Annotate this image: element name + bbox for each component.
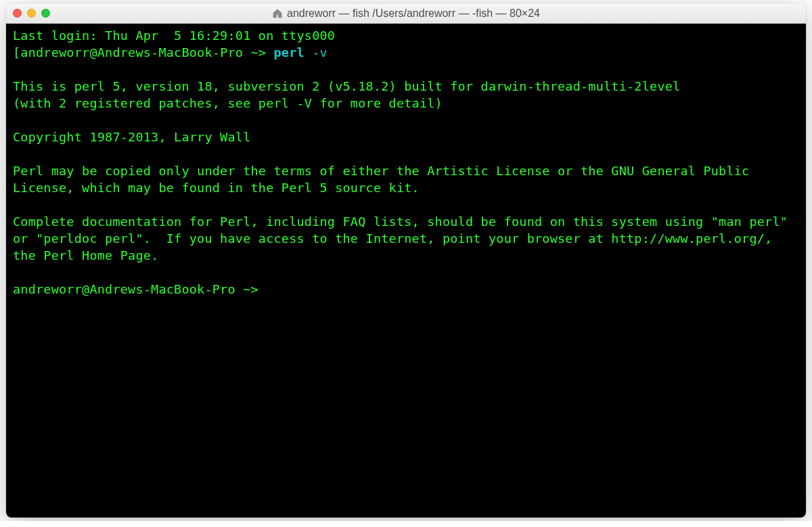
traffic-lights: [13, 9, 50, 18]
window-title-wrap: andreworr — fish /Users/andreworr — -fis…: [13, 7, 799, 20]
minimize-button[interactable]: [27, 9, 36, 18]
prompt-line-1: [andreworr@Andrews-MacBook-Pro ~> perl -…: [13, 45, 799, 62]
prompt-arrow: ~>: [243, 282, 258, 296]
blank-line: [13, 265, 799, 281]
close-button[interactable]: [13, 9, 22, 18]
prompt-hostname: andreworr@Andrews-MacBook-Pro: [20, 45, 250, 60]
output-line: (with 2 registered patches, see perl -V …: [13, 95, 799, 112]
blank-line: [13, 146, 799, 163]
command-name: perl: [274, 45, 304, 60]
blank-line: [13, 197, 799, 214]
terminal-window: andreworr — fish /Users/andreworr — -fis…: [6, 3, 806, 518]
maximize-button[interactable]: [41, 9, 50, 18]
output-line: Copyright 1987-2013, Larry Wall: [13, 129, 799, 146]
prompt-hostname: andreworr@Andrews-MacBook-Pro: [13, 282, 243, 296]
command-arg: -v: [304, 45, 328, 60]
blank-line: [13, 62, 799, 78]
prompt-line-2: andreworr@Andrews-MacBook-Pro ~>: [13, 281, 799, 298]
output-line: Complete documentation for Perl, includi…: [13, 214, 799, 265]
terminal-content[interactable]: Last login: Thu Apr 5 16:29:01 on ttys00…: [6, 24, 806, 518]
prompt-arrow: ~>: [250, 45, 273, 60]
window-titlebar[interactable]: andreworr — fish /Users/andreworr — -fis…: [6, 3, 806, 24]
home-icon: [272, 8, 283, 19]
output-line: Perl may be copied only under the terms …: [13, 163, 799, 197]
blank-line: [13, 112, 799, 129]
last-login-line: Last login: Thu Apr 5 16:29:01 on ttys00…: [13, 28, 799, 45]
output-line: This is perl 5, version 18, subversion 2…: [13, 78, 799, 95]
window-title: andreworr — fish /Users/andreworr — -fis…: [287, 7, 540, 20]
prompt-open-bracket: [: [13, 45, 20, 60]
